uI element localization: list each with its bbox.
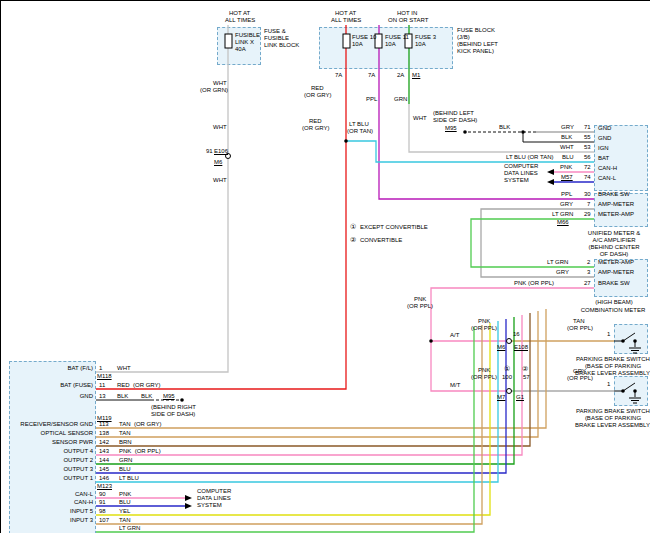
switch-a-contact-1 <box>621 339 625 343</box>
wire-ppl-label-30: PPL <box>561 191 572 198</box>
pin-1-at: 1 <box>607 331 610 338</box>
fuse-fusible-link-block-1: FUSE & <box>264 28 286 35</box>
behind-left-dash-2: SIDE OF DASH) <box>433 117 477 124</box>
connector-m6-at: M6 <box>497 344 505 351</box>
wire-tan-138-label: TAN <box>119 430 131 437</box>
splice-brake-sw <box>429 339 433 343</box>
splice-gnd55 <box>521 130 525 134</box>
parking-brake-b-caption-1: PARKING BRAKE SWITCH <box>575 408 650 415</box>
wire-ltblu-label-a: LT BLU <box>349 121 369 128</box>
row-can-h: CAN-H <box>598 165 617 172</box>
wire-ltgrn-label-2: LT GRN <box>547 259 568 266</box>
pin-107: 107 <box>99 517 109 524</box>
row-amp-meter-unified: AMP-METER <box>598 201 634 208</box>
wire-blk-label-top: BLK <box>499 124 510 131</box>
row-input5-label: INPUT 5 <box>13 508 93 515</box>
pin-145: 145 <box>99 466 109 473</box>
fuse11-name: FUSE 11 <box>385 34 409 41</box>
wire-blu-145-label: BLU <box>119 466 131 473</box>
connector-m1: M1 <box>412 72 420 79</box>
pin-3: 3 <box>587 269 590 276</box>
fuse-block-caption-2: (J/B) <box>457 34 470 41</box>
ground-m95-bottom-dot <box>180 398 184 402</box>
row-bat: BAT <box>598 155 609 162</box>
wire-ltgrn-last-label: LT GRN <box>119 525 140 532</box>
pin-113: 113 <box>99 421 109 428</box>
wire-pnk-90-label: PNK <box>119 491 131 498</box>
unified-meter-caption-2: A/C AMPLIFIER <box>578 237 650 244</box>
row-can-l: CAN-L <box>598 175 616 182</box>
row-gnd-71: GND <box>598 125 611 132</box>
wire-blk-label-55: BLK <box>561 134 572 141</box>
wire-ltblu-146-label: LT BLU <box>119 475 139 482</box>
fuse3-name: FUSE 3 <box>415 34 436 41</box>
pin-53: 53 <box>584 144 591 151</box>
pin-1-batfl: 1 <box>99 365 102 372</box>
connector-m118: M118 <box>97 373 112 380</box>
computer-data-lines-right-2: DATA LINES <box>504 170 538 177</box>
unified-meter-caption-3: (BEHIND CENTER <box>578 244 650 251</box>
wire-blu-91-label: BLU <box>119 499 131 506</box>
fuse-block-caption-4: KICK PANEL) <box>457 48 494 55</box>
wire-blk-gnd-label-2: BLK <box>141 393 152 400</box>
wire-blu-label-56: BLU <box>562 154 574 161</box>
connector-m66: M66 <box>557 219 569 226</box>
pin-91: 91 <box>99 499 106 506</box>
row-output1-label: OUTPUT 1 <box>13 475 93 482</box>
splice-ltblu <box>344 139 348 143</box>
pin-2: 2 <box>587 259 590 266</box>
fusible-link-name-2: LINK X <box>235 39 254 46</box>
wire-ltblu-or-tan-label: LT BLU (OR TAN) <box>506 154 554 161</box>
pin-55: 55 <box>584 134 591 141</box>
wire-gry-label-71: GRY <box>561 124 574 131</box>
wire-red-batfuse-label: RED (OR GRY) <box>117 382 161 389</box>
mt-label: M/T <box>450 382 460 389</box>
row-amp-meter-comb: AMP-METER <box>598 269 634 276</box>
unified-meter-caption-4: OF DASH) <box>578 251 650 258</box>
wire-ltgrn-last <box>96 327 474 532</box>
fuse10-name: FUSE 10 <box>352 34 376 41</box>
pin-74: 74 <box>584 174 591 181</box>
computer-data-lines-right-1: COMPUTER <box>504 163 538 170</box>
connector-m57: M57 <box>561 174 573 181</box>
hot-in-on-or-start-2: ON OR START <box>388 17 428 24</box>
wire-pnk-143-label: PNK (OR PPL) <box>119 448 161 455</box>
switch-a-blade <box>623 333 635 341</box>
wire-grn-144-label: GRN <box>119 457 132 464</box>
row-brake-sw-unified: BRAKE SW <box>598 191 630 198</box>
fuse11-rating: 10A <box>385 41 396 48</box>
wire-ppl-label: PPL <box>366 96 377 103</box>
wire-pnk-mt-b: (OR PPL) <box>471 374 497 381</box>
fusible-link-symbol <box>225 34 232 48</box>
switch-a-contact-2 <box>633 339 637 343</box>
pin-16: 16 <box>513 331 520 338</box>
pin-98: 98 <box>99 508 106 515</box>
note-2-text: CONVERTIBLE <box>360 237 402 244</box>
pin-90: 90 <box>99 491 106 498</box>
parking-brake-b-caption-2: (BASE OF PARKING <box>575 415 650 422</box>
wire-pnk-label-vb: (OR PPL) <box>407 303 433 310</box>
wire-wht-batfl-label: WHT <box>117 365 131 372</box>
row-output2-label: OUTPUT 2 <box>13 457 93 464</box>
wire-pnk-at-a: PNK <box>478 318 490 325</box>
pin-142: 142 <box>99 439 109 446</box>
pin-143: 143 <box>99 448 109 455</box>
wire-gry-mt-a: GRY <box>573 368 586 375</box>
connector-e108: E108 <box>514 344 528 351</box>
row-ign: IGN <box>598 145 609 152</box>
fuse-fusible-link-block-3: LINK BLOCK <box>264 42 299 49</box>
combination-meter-caption-2: COMBINATION METER <box>573 307 650 314</box>
wire-gry-label-3: GRY <box>556 269 569 276</box>
connector-m6-top: M6 <box>214 159 222 166</box>
connector-m7-g1-icon <box>507 389 512 394</box>
computer-data-lines-right-3: SYSTEM <box>504 177 529 184</box>
row-output4-label: OUTPUT 4 <box>13 448 93 455</box>
wire-blk-gnd-label: BLK <box>117 393 128 400</box>
switch-b-contact-2 <box>633 389 637 393</box>
wire-red-label-2a: RED <box>309 118 322 125</box>
pin-71: 71 <box>584 124 591 131</box>
pin-29: 29 <box>584 211 591 218</box>
row-optical-sensor-label: OPTICAL SENSOR <box>13 430 93 437</box>
wire-ltgrn-label-29: LT GRN <box>552 211 573 218</box>
wire-pnk-label-va: PNK <box>414 296 426 303</box>
